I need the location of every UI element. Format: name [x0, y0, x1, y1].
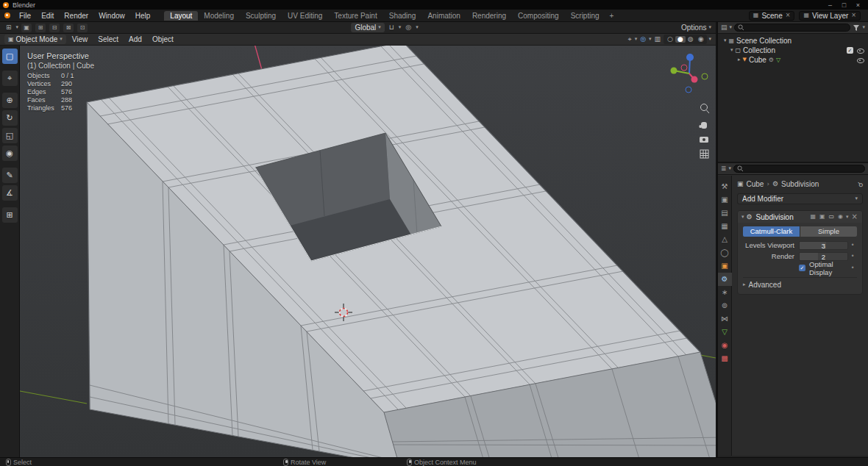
properties-tab-physics[interactable]: ⊚ [718, 299, 732, 312]
close-button[interactable]: × [851, 1, 865, 9]
properties-editor-caret-icon[interactable]: ▾ [729, 166, 732, 171]
modifier-edit-mode-icon[interactable]: ▣ [819, 214, 826, 220]
render-field[interactable]: 2 [799, 252, 848, 261]
properties-tab-scene[interactable]: △ [718, 233, 732, 246]
workspace-tab-animation[interactable]: Animation [421, 11, 466, 21]
workspace-tab-compositing[interactable]: Compositing [512, 11, 565, 21]
outliner-search-input[interactable] [734, 24, 850, 32]
select-mode-invert-icon[interactable]: ⊠ [63, 24, 74, 32]
tool-select-box[interactable]: ▢ [2, 49, 18, 64]
gizmo-y-neg[interactable] [702, 74, 708, 79]
outliner-editor-caret-icon[interactable]: ▾ [730, 25, 733, 30]
pan-hand-icon[interactable] [700, 122, 708, 129]
properties-tab-texture[interactable]: ▩ [718, 352, 732, 365]
modifier-panel-header[interactable]: ▾ ⚙ Subdivision ▦ ▣ ▭ ◉ ▾ × [738, 211, 862, 223]
workspace-tab-shading[interactable]: Shading [383, 11, 422, 21]
proportional-caret-icon[interactable]: ▾ [416, 25, 419, 30]
modifier-on-cage-icon[interactable]: ▦ [809, 214, 817, 220]
view-layer-selector[interactable]: ▦ View Layer × [799, 11, 861, 21]
panel-expand-icon[interactable]: ▾ [741, 215, 744, 220]
expand-icon[interactable]: ▾ [730, 48, 733, 53]
gizmo-z-axis[interactable] [686, 54, 694, 61]
modifier-render-icon[interactable]: ◉ [837, 214, 844, 220]
scene-unlink-icon[interactable]: × [786, 12, 791, 18]
collection-checkbox[interactable]: ✓ [847, 47, 853, 54]
editor-type-icon[interactable]: ⊞ [4, 24, 13, 32]
properties-tab-output[interactable]: ▤ [718, 207, 732, 220]
animate-dot-icon[interactable]: • [848, 243, 857, 248]
animate-dot-icon[interactable]: • [848, 265, 857, 271]
menu-add[interactable]: Add [124, 35, 146, 44]
workspace-tab-scripting[interactable]: Scripting [565, 11, 605, 21]
properties-tab-world[interactable]: ◯ [718, 246, 732, 259]
blender-menu-icon[interactable] [4, 12, 10, 18]
breadcrumb-modifier[interactable]: Subdivision [781, 180, 819, 188]
tool-scale[interactable]: ◱ [2, 128, 18, 143]
snap-magnet-icon[interactable]: ⊔ [388, 24, 396, 31]
zoom-icon[interactable] [701, 104, 710, 114]
snap-caret-icon[interactable]: ▾ [399, 25, 402, 30]
properties-tab-modifiers[interactable]: ⚙ [718, 273, 732, 286]
select-mode-intersect-icon[interactable]: ⊡ [77, 24, 88, 32]
viewport-canvas[interactable] [20, 46, 716, 457]
properties-tab-tool[interactable]: ⚒ [718, 180, 732, 193]
select-mode-extend-icon[interactable]: ⊞ [35, 24, 46, 32]
catmull-clark-button[interactable]: Catmull-Clark [743, 226, 800, 237]
perspective-toggle-icon[interactable] [700, 150, 708, 158]
editor-type-caret-icon[interactable]: ▾ [16, 25, 19, 30]
transform-orientation-dropdown[interactable]: Global ▾ [351, 23, 384, 32]
gizmo-y-axis[interactable] [671, 68, 677, 74]
select-mode-subtract-icon[interactable]: ⊟ [49, 24, 60, 32]
optimal-display-checkbox[interactable]: ✓ [799, 265, 805, 271]
simple-button[interactable]: Simple [800, 226, 857, 237]
modifier-realtime-icon[interactable]: ▭ [828, 214, 836, 220]
workspace-tab-uv-editing[interactable]: UV Editing [282, 11, 328, 21]
cube-object[interactable] [87, 46, 716, 457]
advanced-section[interactable]: ▸ Advanced [743, 277, 857, 289]
options-dropdown[interactable]: Options ▾ [681, 24, 711, 32]
shading-material-icon[interactable]: ◍ [686, 36, 696, 43]
menu-view[interactable]: View [68, 35, 93, 44]
collection-visibility-eye-icon[interactable] [857, 47, 864, 54]
breadcrumb-object[interactable]: Cube [747, 180, 764, 188]
add-modifier-dropdown[interactable]: Add Modifier ▾ [737, 193, 863, 204]
expand-icon[interactable]: ▸ [738, 57, 741, 62]
navigation-gizmo[interactable] [671, 54, 708, 93]
outliner-row-scene-collection[interactable]: ▾ ▦ Scene Collection [718, 36, 868, 46]
properties-tab-particles[interactable]: ∗ [718, 286, 732, 299]
properties-tab-render[interactable]: ▣ [718, 193, 732, 207]
tool-annotate[interactable]: ✎ [2, 168, 18, 183]
shading-caret-icon[interactable]: ▾ [708, 37, 711, 42]
tool-add-cube[interactable]: ⊞ [2, 207, 18, 223]
filter-icon[interactable] [853, 24, 860, 32]
menu-select[interactable]: Select [93, 35, 123, 44]
animate-dot-icon[interactable]: • [848, 254, 857, 259]
levels-viewport-field[interactable]: 3 [799, 241, 848, 250]
overlays-toggle-icon[interactable]: ◎ [638, 36, 647, 43]
shading-rendered-icon[interactable]: ◉ [696, 36, 706, 43]
outliner-filter-caret-icon[interactable]: ▾ [862, 25, 865, 30]
viewport-3d[interactable]: User Perspective (1) Collection | Cube O… [20, 46, 716, 457]
gizmo-z-neg[interactable] [686, 87, 691, 93]
expand-icon[interactable]: ▾ [724, 38, 727, 43]
outliner-row-collection[interactable]: ▾ ▢ Collection ✓ [718, 46, 868, 55]
menu-help[interactable]: Help [130, 11, 156, 21]
menu-edit[interactable]: Edit [36, 11, 59, 21]
workspace-tab-modeling[interactable]: Modeling [198, 11, 240, 21]
shading-wireframe-icon[interactable]: ○ [665, 36, 675, 43]
tool-move[interactable]: ⊕ [2, 93, 18, 108]
properties-tab-constraints[interactable]: ⋈ [718, 312, 732, 326]
overlays-caret-icon[interactable]: ▾ [649, 37, 652, 42]
camera-view-icon[interactable] [700, 137, 708, 143]
xray-toggle-icon[interactable]: ▥ [653, 36, 663, 43]
select-mode-set-icon[interactable]: ▣ [21, 24, 32, 32]
menu-render[interactable]: Render [59, 11, 93, 21]
pin-icon[interactable]: ⚲ [856, 179, 864, 187]
tool-measure[interactable]: ∡ [2, 185, 18, 201]
workspace-tab-rendering[interactable]: Rendering [466, 11, 512, 21]
gizmos-toggle-icon[interactable]: ⌖ [627, 36, 633, 43]
workspace-tab-sculpting[interactable]: Sculpting [240, 11, 282, 21]
scene-selector[interactable]: ▦ Scene × [749, 11, 795, 21]
minimize-button[interactable]: – [823, 1, 837, 9]
proportional-edit-icon[interactable]: ◎ [404, 24, 413, 31]
